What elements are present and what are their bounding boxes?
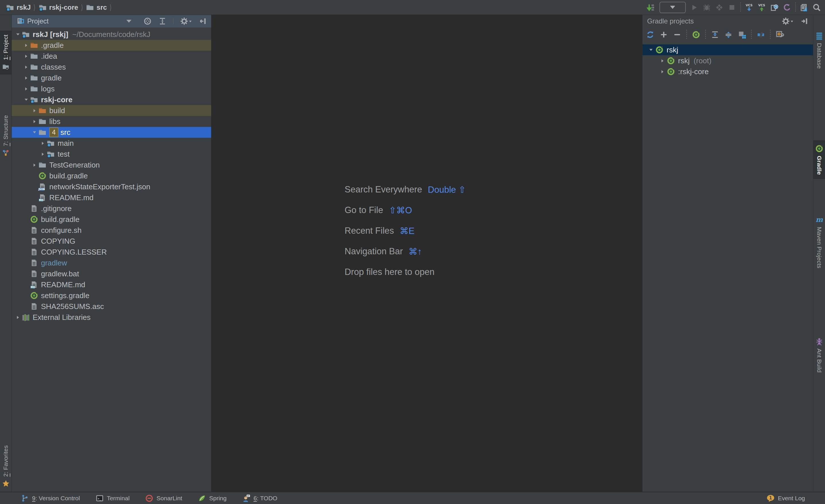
run-gradle-task-icon[interactable] xyxy=(692,30,700,39)
hotswap-update-icon[interactable]: 011001 xyxy=(647,3,656,12)
tree-row-sha256sums-asc[interactable]: SHA256SUMS.asc xyxy=(12,301,211,312)
collapse-arrow-icon[interactable] xyxy=(14,32,21,37)
refresh-gradle-icon[interactable] xyxy=(646,30,655,39)
tree-row-external-libraries[interactable]: External Libraries xyxy=(12,312,211,323)
attach-project-icon[interactable] xyxy=(659,30,668,39)
gradle-tree-row-rskj[interactable]: rskj xyxy=(643,45,813,55)
folder-icon xyxy=(86,3,94,12)
gear-icon[interactable] xyxy=(180,17,192,25)
expand-arrow-icon[interactable] xyxy=(658,69,667,74)
run-with-coverage-icon[interactable] xyxy=(715,3,724,12)
expand-arrow-icon[interactable] xyxy=(14,315,21,320)
expand-arrow-icon[interactable] xyxy=(39,141,47,146)
rollback-icon[interactable] xyxy=(782,3,791,12)
recent-locations-icon[interactable] xyxy=(800,3,808,12)
expand-arrow-icon[interactable] xyxy=(31,108,38,113)
tree-row-build-gradle[interactable]: build.gradle xyxy=(12,214,211,225)
local-history-icon[interactable] xyxy=(770,3,778,12)
tree-row--gitignore[interactable]: .gitignore xyxy=(12,203,211,214)
status-todo[interactable]: 6: TODO xyxy=(242,494,277,503)
tree-row--gradle[interactable]: .gradle xyxy=(12,40,211,51)
tree-row-readme-md[interactable]: MDREADME.md xyxy=(12,192,211,203)
file-text-icon xyxy=(30,269,39,278)
expand-arrow-icon[interactable] xyxy=(31,163,38,168)
tree-row-configure-sh[interactable]: configure.sh xyxy=(12,225,211,236)
locate-file-icon[interactable] xyxy=(143,17,152,25)
status-versioncontrol[interactable]: 9: Version Control xyxy=(21,494,80,503)
collapse-all-icon[interactable] xyxy=(158,17,167,25)
expand-arrow-icon[interactable] xyxy=(22,65,30,70)
status-sonarlint[interactable]: SonarLint xyxy=(145,494,182,503)
collapse-all-icon[interactable] xyxy=(724,30,733,39)
chevron-down-icon[interactable] xyxy=(126,20,132,23)
run-config-combo[interactable] xyxy=(659,2,686,13)
tree-row-copying[interactable]: COPYING xyxy=(12,236,211,247)
expand-arrow-icon[interactable] xyxy=(22,43,30,48)
stop-icon[interactable] xyxy=(728,3,736,12)
tree-row-build[interactable]: build xyxy=(12,105,211,116)
expand-arrow-icon[interactable] xyxy=(39,152,47,157)
tree-row-test[interactable]: test xyxy=(12,149,211,160)
tree-row-logs[interactable]: logs xyxy=(12,83,211,94)
tree-row-networkstateexportertest-json[interactable]: JSONnetworkStateExporterTest.json xyxy=(12,181,211,192)
file-gradle-icon xyxy=(38,172,47,180)
detach-project-icon[interactable] xyxy=(673,30,681,39)
breadcrumb-item[interactable]: rskj-core xyxy=(39,3,78,12)
tool-window-tab-database[interactable]: Database xyxy=(813,31,825,69)
gradle-tree-row--rskj-core[interactable]: :rskj-core xyxy=(643,66,813,77)
tool-window-tab-gradle[interactable]: Gradle xyxy=(813,140,825,179)
folder-icon xyxy=(30,63,39,71)
tree-row-src[interactable]: 4src xyxy=(12,127,211,138)
tree-row-testgeneration[interactable]: TestGeneration xyxy=(12,160,211,170)
tree-row-gradlew[interactable]: gradlew xyxy=(12,257,211,268)
expand-arrow-icon[interactable] xyxy=(22,76,30,80)
expand-arrow-icon[interactable] xyxy=(22,86,30,91)
expand-all-icon[interactable] xyxy=(711,30,719,39)
status-terminal[interactable]: >_Terminal xyxy=(95,494,130,503)
expand-arrow-icon[interactable] xyxy=(22,54,30,59)
svg-text:VCS: VCS xyxy=(758,3,765,7)
tree-row-gradle[interactable]: gradle xyxy=(12,72,211,83)
tree-row-rskj-rskj-[interactable]: rskJ [rskj]~/Documents/code/rskJ xyxy=(12,29,211,40)
run-icon[interactable] xyxy=(690,3,698,12)
tree-row-label: gradle xyxy=(41,74,62,82)
breadcrumb-item[interactable]: src xyxy=(86,3,107,12)
tool-window-tab-maven-projects[interactable]: mMaven Projects xyxy=(813,215,825,268)
tree-row-gradlew-bat[interactable]: gradlew.bat xyxy=(12,268,211,279)
tree-row-settings-gradle[interactable]: settings.gradle xyxy=(12,290,211,301)
gear-icon[interactable] xyxy=(781,17,794,25)
tool-window-tab-ant-build[interactable]: Ant Build xyxy=(813,337,825,372)
tree-row-readme-md[interactable]: MDREADME.md xyxy=(12,279,211,290)
tree-row-label: .idea xyxy=(41,52,57,61)
debug-icon[interactable] xyxy=(702,3,711,12)
breadcrumb-item[interactable]: rskJ xyxy=(6,3,31,12)
tree-row-build-gradle[interactable]: build.gradle xyxy=(12,170,211,181)
tool-window-tab-structure[interactable]: 7: Structure xyxy=(0,115,11,157)
status-event-log[interactable]: 1Event Log xyxy=(766,494,805,503)
vcs-update-icon[interactable]: VCS xyxy=(745,3,753,12)
vcs-commit-icon[interactable]: VCS xyxy=(757,3,766,12)
tree-row--idea[interactable]: .idea xyxy=(12,51,211,62)
group-modules-icon[interactable] xyxy=(738,30,746,39)
hide-panel-icon[interactable] xyxy=(800,17,809,25)
tree-row-label: COPYING xyxy=(41,237,75,246)
gradle-tree-row-rskj[interactable]: rskj(root) xyxy=(643,55,813,66)
offline-mode-icon[interactable] xyxy=(757,30,765,39)
tree-row-copying-lesser[interactable]: COPYING.LESSER xyxy=(12,247,211,257)
gradle-settings-icon[interactable] xyxy=(775,30,784,39)
tree-row-classes[interactable]: classes xyxy=(12,62,211,72)
expand-arrow-icon[interactable] xyxy=(31,119,38,124)
collapse-arrow-icon[interactable] xyxy=(647,48,655,53)
search-everywhere-icon[interactable] xyxy=(812,3,821,12)
status-spring[interactable]: Spring xyxy=(198,494,227,503)
tool-window-tab-project[interactable]: 1: Project xyxy=(0,31,11,74)
expand-arrow-icon[interactable] xyxy=(658,59,667,63)
collapse-arrow-icon[interactable] xyxy=(22,97,30,102)
tool-window-tab-favorites[interactable]: 2: Favorites xyxy=(0,445,11,487)
tree-row-libs[interactable]: libs xyxy=(12,116,211,127)
tree-row-main[interactable]: main xyxy=(12,138,211,149)
tree-row-rskj-core[interactable]: rskj-core xyxy=(12,94,211,105)
collapse-arrow-icon[interactable] xyxy=(31,130,38,135)
project-view-title[interactable]: Project xyxy=(27,17,49,25)
hide-panel-icon[interactable] xyxy=(199,17,207,25)
